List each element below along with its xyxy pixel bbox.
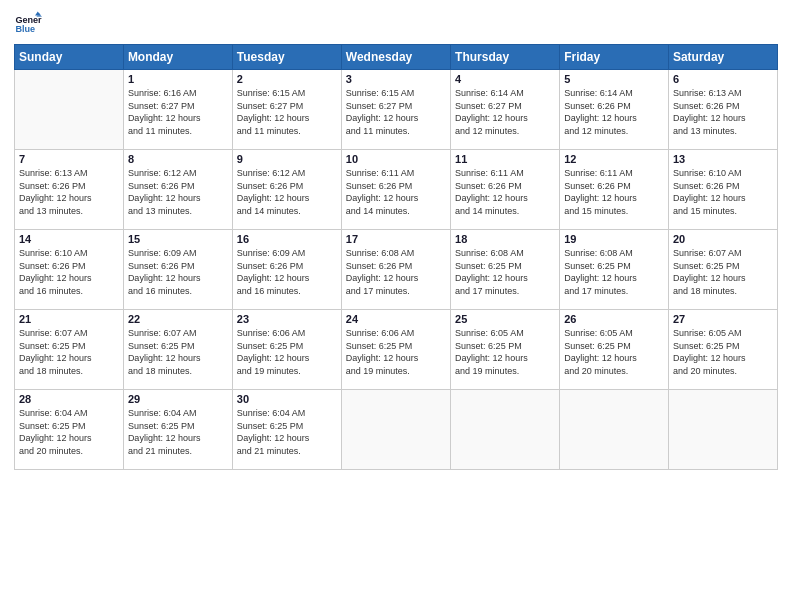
day-info: Sunrise: 6:12 AM Sunset: 6:26 PM Dayligh… [128,167,228,217]
day-info: Sunrise: 6:14 AM Sunset: 6:26 PM Dayligh… [564,87,664,137]
day-number: 7 [19,153,119,165]
calendar-cell: 9Sunrise: 6:12 AM Sunset: 6:26 PM Daylig… [232,150,341,230]
week-row: 1Sunrise: 6:16 AM Sunset: 6:27 PM Daylig… [15,70,778,150]
calendar-cell: 7Sunrise: 6:13 AM Sunset: 6:26 PM Daylig… [15,150,124,230]
logo: General Blue [14,10,40,38]
calendar-cell: 14Sunrise: 6:10 AM Sunset: 6:26 PM Dayli… [15,230,124,310]
calendar-cell: 27Sunrise: 6:05 AM Sunset: 6:25 PM Dayli… [668,310,777,390]
day-number: 8 [128,153,228,165]
calendar-cell: 2Sunrise: 6:15 AM Sunset: 6:27 PM Daylig… [232,70,341,150]
day-number: 29 [128,393,228,405]
day-info: Sunrise: 6:09 AM Sunset: 6:26 PM Dayligh… [237,247,337,297]
day-number: 6 [673,73,773,85]
day-info: Sunrise: 6:08 AM Sunset: 6:26 PM Dayligh… [346,247,446,297]
week-row: 28Sunrise: 6:04 AM Sunset: 6:25 PM Dayli… [15,390,778,470]
day-number: 1 [128,73,228,85]
day-info: Sunrise: 6:10 AM Sunset: 6:26 PM Dayligh… [19,247,119,297]
day-info: Sunrise: 6:12 AM Sunset: 6:26 PM Dayligh… [237,167,337,217]
calendar-cell: 3Sunrise: 6:15 AM Sunset: 6:27 PM Daylig… [341,70,450,150]
day-info: Sunrise: 6:15 AM Sunset: 6:27 PM Dayligh… [237,87,337,137]
calendar-cell: 1Sunrise: 6:16 AM Sunset: 6:27 PM Daylig… [123,70,232,150]
day-number: 23 [237,313,337,325]
calendar-cell [560,390,669,470]
weekday-header-row: SundayMondayTuesdayWednesdayThursdayFrid… [15,45,778,70]
day-info: Sunrise: 6:04 AM Sunset: 6:25 PM Dayligh… [128,407,228,457]
calendar-cell: 24Sunrise: 6:06 AM Sunset: 6:25 PM Dayli… [341,310,450,390]
day-number: 25 [455,313,555,325]
day-number: 2 [237,73,337,85]
day-info: Sunrise: 6:15 AM Sunset: 6:27 PM Dayligh… [346,87,446,137]
week-row: 21Sunrise: 6:07 AM Sunset: 6:25 PM Dayli… [15,310,778,390]
day-info: Sunrise: 6:11 AM Sunset: 6:26 PM Dayligh… [455,167,555,217]
calendar: SundayMondayTuesdayWednesdayThursdayFrid… [14,44,778,470]
day-number: 10 [346,153,446,165]
calendar-cell: 29Sunrise: 6:04 AM Sunset: 6:25 PM Dayli… [123,390,232,470]
day-info: Sunrise: 6:14 AM Sunset: 6:27 PM Dayligh… [455,87,555,137]
day-info: Sunrise: 6:16 AM Sunset: 6:27 PM Dayligh… [128,87,228,137]
day-number: 27 [673,313,773,325]
day-number: 12 [564,153,664,165]
calendar-cell [668,390,777,470]
day-number: 21 [19,313,119,325]
day-info: Sunrise: 6:04 AM Sunset: 6:25 PM Dayligh… [19,407,119,457]
calendar-cell: 10Sunrise: 6:11 AM Sunset: 6:26 PM Dayli… [341,150,450,230]
day-info: Sunrise: 6:10 AM Sunset: 6:26 PM Dayligh… [673,167,773,217]
day-number: 26 [564,313,664,325]
day-info: Sunrise: 6:13 AM Sunset: 6:26 PM Dayligh… [673,87,773,137]
calendar-cell: 11Sunrise: 6:11 AM Sunset: 6:26 PM Dayli… [451,150,560,230]
weekday-header: Friday [560,45,669,70]
calendar-cell: 13Sunrise: 6:10 AM Sunset: 6:26 PM Dayli… [668,150,777,230]
weekday-header: Monday [123,45,232,70]
header: General Blue [14,10,778,38]
calendar-cell: 30Sunrise: 6:04 AM Sunset: 6:25 PM Dayli… [232,390,341,470]
day-number: 30 [237,393,337,405]
weekday-header: Saturday [668,45,777,70]
day-info: Sunrise: 6:07 AM Sunset: 6:25 PM Dayligh… [128,327,228,377]
day-number: 16 [237,233,337,245]
week-row: 7Sunrise: 6:13 AM Sunset: 6:26 PM Daylig… [15,150,778,230]
day-number: 18 [455,233,555,245]
day-info: Sunrise: 6:13 AM Sunset: 6:26 PM Dayligh… [19,167,119,217]
day-number: 17 [346,233,446,245]
day-number: 11 [455,153,555,165]
day-number: 4 [455,73,555,85]
day-info: Sunrise: 6:09 AM Sunset: 6:26 PM Dayligh… [128,247,228,297]
calendar-cell: 12Sunrise: 6:11 AM Sunset: 6:26 PM Dayli… [560,150,669,230]
day-number: 28 [19,393,119,405]
logo-icon: General Blue [14,10,42,38]
calendar-cell: 6Sunrise: 6:13 AM Sunset: 6:26 PM Daylig… [668,70,777,150]
weekday-header: Tuesday [232,45,341,70]
calendar-cell: 22Sunrise: 6:07 AM Sunset: 6:25 PM Dayli… [123,310,232,390]
day-info: Sunrise: 6:06 AM Sunset: 6:25 PM Dayligh… [346,327,446,377]
day-info: Sunrise: 6:11 AM Sunset: 6:26 PM Dayligh… [346,167,446,217]
calendar-cell: 15Sunrise: 6:09 AM Sunset: 6:26 PM Dayli… [123,230,232,310]
calendar-cell: 8Sunrise: 6:12 AM Sunset: 6:26 PM Daylig… [123,150,232,230]
week-row: 14Sunrise: 6:10 AM Sunset: 6:26 PM Dayli… [15,230,778,310]
calendar-cell: 18Sunrise: 6:08 AM Sunset: 6:25 PM Dayli… [451,230,560,310]
calendar-cell: 17Sunrise: 6:08 AM Sunset: 6:26 PM Dayli… [341,230,450,310]
day-info: Sunrise: 6:08 AM Sunset: 6:25 PM Dayligh… [455,247,555,297]
svg-text:Blue: Blue [15,24,35,34]
day-info: Sunrise: 6:07 AM Sunset: 6:25 PM Dayligh… [673,247,773,297]
day-number: 3 [346,73,446,85]
day-number: 5 [564,73,664,85]
day-info: Sunrise: 6:08 AM Sunset: 6:25 PM Dayligh… [564,247,664,297]
page: General Blue SundayMondayTuesdayWednesda… [0,0,792,612]
calendar-cell [341,390,450,470]
day-number: 13 [673,153,773,165]
day-number: 24 [346,313,446,325]
calendar-cell: 23Sunrise: 6:06 AM Sunset: 6:25 PM Dayli… [232,310,341,390]
day-info: Sunrise: 6:07 AM Sunset: 6:25 PM Dayligh… [19,327,119,377]
calendar-cell: 26Sunrise: 6:05 AM Sunset: 6:25 PM Dayli… [560,310,669,390]
day-number: 15 [128,233,228,245]
day-info: Sunrise: 6:04 AM Sunset: 6:25 PM Dayligh… [237,407,337,457]
calendar-cell: 5Sunrise: 6:14 AM Sunset: 6:26 PM Daylig… [560,70,669,150]
day-info: Sunrise: 6:05 AM Sunset: 6:25 PM Dayligh… [564,327,664,377]
calendar-cell: 4Sunrise: 6:14 AM Sunset: 6:27 PM Daylig… [451,70,560,150]
calendar-cell: 21Sunrise: 6:07 AM Sunset: 6:25 PM Dayli… [15,310,124,390]
calendar-cell [15,70,124,150]
weekday-header: Thursday [451,45,560,70]
calendar-cell: 16Sunrise: 6:09 AM Sunset: 6:26 PM Dayli… [232,230,341,310]
day-number: 22 [128,313,228,325]
calendar-cell: 20Sunrise: 6:07 AM Sunset: 6:25 PM Dayli… [668,230,777,310]
